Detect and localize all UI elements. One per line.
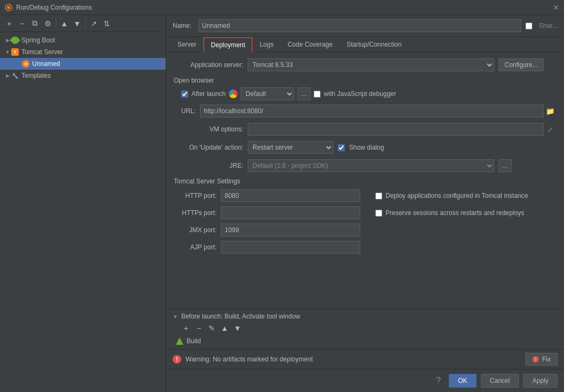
tab-code-coverage[interactable]: Code Coverage xyxy=(280,37,339,52)
add-config-button[interactable]: + xyxy=(3,18,15,29)
update-action-label: On 'Update' action: xyxy=(174,144,243,151)
unnamed-icon: ⚙ xyxy=(21,60,30,68)
tab-startup-connection[interactable]: Startup/Connection xyxy=(339,37,409,52)
right-panel: Name: Shar... Server Deployment Logs Cod… xyxy=(166,15,564,392)
title-bar-text: Run/Debug Configurations xyxy=(16,4,92,11)
app-server-select[interactable]: Tomcat 8.5.33 xyxy=(248,58,494,71)
build-icon xyxy=(176,337,183,345)
jre-select[interactable]: Default (1.8 - project SDK) xyxy=(248,159,494,172)
close-button[interactable]: ✕ xyxy=(552,4,560,11)
remove-config-button[interactable]: − xyxy=(16,18,28,29)
before-launch-toolbar: + − ✎ ▲ ▼ xyxy=(173,322,558,334)
fix-label: Fix xyxy=(542,356,551,363)
js-debugger-label: with JavaScript debugger xyxy=(324,90,396,98)
share-button[interactable]: ↗ xyxy=(88,18,100,29)
move-up-button[interactable]: ▲ xyxy=(58,18,70,29)
js-debugger-checkbox[interactable] xyxy=(314,91,321,98)
fix-button[interactable]: ! Fix xyxy=(525,353,558,366)
sidebar-item-spring-boot[interactable]: ▶ Spring Boot xyxy=(0,34,166,46)
before-launch-edit-button[interactable]: ✎ xyxy=(206,322,218,334)
collapse-arrow[interactable]: ▼ xyxy=(173,314,178,320)
app-server-row: Application server: Tomcat 8.5.33 Config… xyxy=(174,58,556,71)
chrome-icon xyxy=(229,90,238,98)
settings-button[interactable]: ⚙ xyxy=(42,18,54,29)
configure-button[interactable]: Configure... xyxy=(499,58,544,71)
tab-logs[interactable]: Logs xyxy=(253,37,280,52)
sidebar-item-unnamed[interactable]: ⚙ Unnamed xyxy=(0,58,166,70)
vm-options-label: VM options: xyxy=(174,125,243,133)
before-launch-remove-button[interactable]: − xyxy=(193,322,205,334)
tab-bar: Server Deployment Logs Code Coverage Sta… xyxy=(166,37,564,52)
config-tree: ▶ Spring Boot ▼ T Tomcat Server xyxy=(0,32,166,392)
toolbar-separator-2 xyxy=(85,19,86,28)
tree-arrow-templates: ▶ xyxy=(4,72,11,79)
name-input[interactable] xyxy=(198,19,521,32)
unnamed-label: Unnamed xyxy=(32,60,60,68)
preserve-sessions-checkbox[interactable] xyxy=(375,210,382,217)
build-label: Build xyxy=(187,337,201,345)
ajp-port-input[interactable] xyxy=(221,241,360,254)
folder-button[interactable]: 📁 xyxy=(544,105,556,117)
before-launch-area: ▼ Before launch: Build, Activate tool wi… xyxy=(166,309,564,349)
tab-server[interactable]: Server xyxy=(170,37,203,52)
sidebar-item-templates[interactable]: ▶ 🔧 Templates xyxy=(0,70,166,82)
show-dialog-checkbox[interactable] xyxy=(338,144,345,151)
before-launch-down-button[interactable]: ▼ xyxy=(232,322,243,334)
before-launch-add-button[interactable]: + xyxy=(180,322,192,334)
jmx-port-label: JMX port: xyxy=(174,226,217,234)
http-port-input[interactable] xyxy=(221,189,360,202)
url-input[interactable] xyxy=(200,105,544,117)
name-label: Name: xyxy=(173,22,194,29)
cancel-button[interactable]: Cancel xyxy=(481,374,519,388)
templates-icon: 🔧 xyxy=(11,71,19,80)
vm-expand-button[interactable]: ⤢ xyxy=(544,123,556,136)
browser-select[interactable]: Default xyxy=(241,87,294,100)
url-label: URL: xyxy=(181,107,196,115)
update-action-row: On 'Update' action: Restart server Show … xyxy=(174,141,556,154)
deploy-apps-label: Deploy applications configured in Tomcat… xyxy=(385,192,528,199)
svg-point-1 xyxy=(7,6,10,9)
https-port-input[interactable] xyxy=(221,206,360,219)
sidebar-item-tomcat-server[interactable]: ▼ T Tomcat Server xyxy=(0,46,166,58)
move-down-button[interactable]: ▼ xyxy=(71,18,83,29)
copy-config-button[interactable]: ⧉ xyxy=(29,18,41,29)
tree-arrow-tomcat: ▼ xyxy=(4,49,11,55)
deploy-checkbox-row: Deploy applications configured in Tomcat… xyxy=(375,192,528,199)
share-checkbox[interactable] xyxy=(525,23,532,29)
tab-deployment[interactable]: Deployment xyxy=(203,37,253,52)
show-dialog-label: Show dialog xyxy=(349,144,384,151)
deploy-apps-checkbox[interactable] xyxy=(375,193,382,199)
warning-bar: ! Warning: No artifacts marked for deplo… xyxy=(166,349,564,369)
open-browser-section: Open browser xyxy=(174,77,556,84)
tomcat-settings-header: Tomcat Server Settings xyxy=(174,177,556,185)
before-launch-header: ▼ Before launch: Build, Activate tool wi… xyxy=(173,313,558,320)
ok-button[interactable]: OK xyxy=(449,374,476,388)
before-launch-label: Before launch: Build, Activate tool wind… xyxy=(181,313,300,320)
sort-button[interactable]: ⇅ xyxy=(101,18,113,29)
http-port-row: HTTP port: Deploy applications configure… xyxy=(174,189,556,202)
browser-dots-button[interactable]: ... xyxy=(298,87,310,100)
jmx-port-input[interactable] xyxy=(221,224,360,236)
apply-button[interactable]: Apply xyxy=(523,374,558,388)
name-row: Name: Shar... xyxy=(166,15,564,37)
help-button[interactable]: ? xyxy=(427,374,444,388)
after-launch-checkbox[interactable] xyxy=(181,91,188,98)
ajp-port-label: AJP port: xyxy=(174,243,217,251)
before-launch-up-button[interactable]: ▲ xyxy=(219,322,231,334)
url-input-wrapper: 📁 xyxy=(200,105,556,117)
https-port-row: HTTPs port: Preserve sessions across res… xyxy=(174,206,556,219)
ajp-port-row: AJP port: xyxy=(174,241,556,254)
vm-options-input[interactable] xyxy=(248,123,544,136)
http-port-label: HTTP port: xyxy=(174,192,217,199)
tree-toolbar: + − ⧉ ⚙ ▲ ▼ ↗ ⇅ xyxy=(0,15,166,32)
warning-icon: ! xyxy=(173,355,181,364)
toolbar-separator xyxy=(56,19,56,28)
left-panel: + − ⧉ ⚙ ▲ ▼ ↗ ⇅ ▶ Spring Boot xyxy=(0,15,166,392)
update-action-select[interactable]: Restart server xyxy=(248,141,333,154)
tomcat-server-icon: T xyxy=(11,48,19,56)
jre-dots-button[interactable]: ... xyxy=(499,159,511,172)
templates-label: Templates xyxy=(21,72,51,79)
tomcat-server-label: Tomcat Server xyxy=(21,48,63,56)
spring-boot-icon xyxy=(11,36,19,45)
after-launch-label: After launch xyxy=(191,90,226,98)
